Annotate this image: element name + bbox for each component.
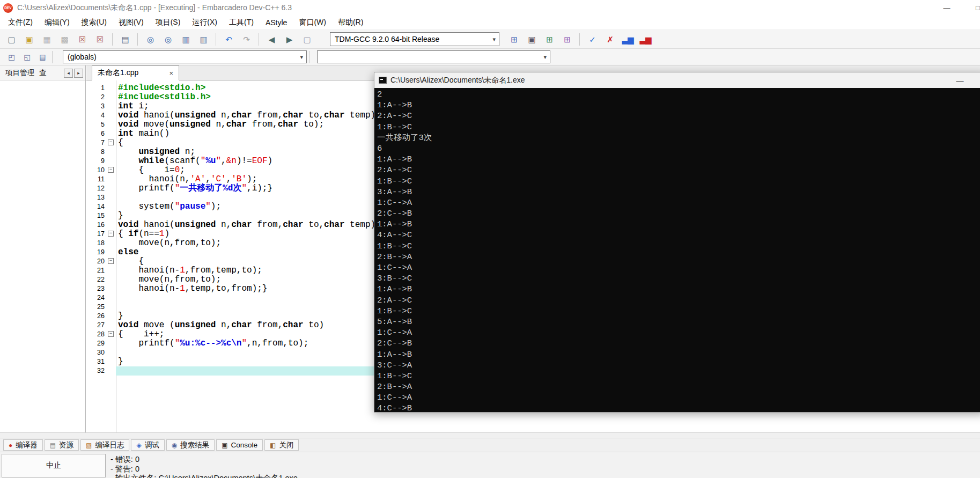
menu-item-4[interactable]: 视图(V) xyxy=(113,16,150,29)
gutter: 26 xyxy=(86,312,116,321)
fold-toggle-icon[interactable]: − xyxy=(108,167,114,173)
class-browser-button[interactable]: ▤ xyxy=(35,51,49,63)
bookmark-button[interactable]: ▥ xyxy=(195,32,211,46)
gutter: 8 xyxy=(86,148,116,157)
run-button[interactable]: ▣ xyxy=(524,32,540,46)
panel-tab-view[interactable]: 查 xyxy=(39,68,47,78)
toolbar-separator xyxy=(259,33,259,46)
gutter: 31 xyxy=(86,357,116,366)
console-maximize-button[interactable]: □ xyxy=(974,72,980,88)
tab-resources[interactable]: ▤资源 xyxy=(45,439,79,451)
line-number: 27 xyxy=(86,321,106,330)
find-button[interactable]: ◎ xyxy=(142,32,158,46)
window-maximize-button[interactable]: □ xyxy=(966,0,980,16)
tab-close-icon[interactable]: × xyxy=(169,69,173,77)
chevron-down-icon: ▾ xyxy=(543,54,547,61)
window-minimize-button[interactable]: — xyxy=(934,0,959,16)
rebuild-button[interactable]: ⊞ xyxy=(559,32,575,46)
profile-delete-button[interactable]: ▃▆ xyxy=(637,32,653,46)
globals-select[interactable]: (globals) ▾ xyxy=(63,50,307,63)
fold-column xyxy=(106,93,116,102)
menu-item-5[interactable]: 项目(S) xyxy=(150,16,187,29)
editor-tab[interactable]: 未命名1.cpp × xyxy=(92,65,179,80)
open-file-button[interactable]: ▣ xyxy=(21,32,37,46)
tab-compiler[interactable]: ●编译器 xyxy=(3,439,43,451)
compile-button[interactable]: ⊞ xyxy=(506,32,522,46)
fold-column xyxy=(106,275,116,284)
fold-column xyxy=(106,175,116,184)
compile-run-button[interactable]: ⊞ xyxy=(541,32,557,46)
fold-column xyxy=(106,120,116,129)
tab-console[interactable]: ▣Console xyxy=(216,439,263,451)
menu-item-8[interactable]: AStyle xyxy=(260,17,293,28)
gutter: 15 xyxy=(86,211,116,220)
line-number: 12 xyxy=(86,184,106,193)
goto-declaration-button[interactable]: ◰ xyxy=(4,51,18,63)
save-all-button[interactable]: ▩ xyxy=(56,32,72,46)
console-tab-icon: ▣ xyxy=(222,442,227,448)
compile-icon: ⊞ xyxy=(511,35,517,43)
goto-line-icon: ▥ xyxy=(182,35,189,43)
print-button[interactable]: ▤ xyxy=(117,32,133,46)
goto-line-button[interactable]: ▥ xyxy=(178,32,194,46)
panel-tab-project-manager[interactable]: 项目管理 xyxy=(5,68,34,78)
tab-debug[interactable]: ◈调试 xyxy=(131,439,164,451)
profile-button[interactable]: ▃▆ xyxy=(620,32,636,46)
close-all-button[interactable]: ☒ xyxy=(92,32,108,46)
undo-button[interactable]: ↶ xyxy=(220,32,237,46)
tab-close-panel[interactable]: ◧关闭 xyxy=(264,439,299,451)
save-button[interactable]: ▦ xyxy=(39,32,55,46)
goto-definition-button[interactable]: ◱ xyxy=(20,51,34,63)
console-output[interactable]: 21:A-->B2:A-->C1:B-->C一共移动了3次61:A-->B2:A… xyxy=(374,88,980,412)
fold-column xyxy=(106,303,116,312)
console-output-line: 2:A-->C xyxy=(377,295,980,306)
members-select[interactable]: ▾ xyxy=(317,50,550,63)
bookmark-icon: ▥ xyxy=(200,35,207,43)
gutter: 2 xyxy=(86,93,116,102)
tab-compile-log[interactable]: ▧编译日志 xyxy=(80,439,129,451)
line-number: 11 xyxy=(86,175,106,184)
fold-toggle-icon[interactable]: − xyxy=(108,258,114,264)
fold-toggle-icon[interactable]: − xyxy=(108,331,114,337)
menu-item-6[interactable]: 运行(X) xyxy=(186,16,223,29)
console-title-bar[interactable]: C:\Users\Alizex\Documents\未命名1.exe — □ xyxy=(374,72,980,88)
menu-item-7[interactable]: 工具(T) xyxy=(223,16,260,29)
stop-execution-button[interactable]: ✗ xyxy=(602,32,618,46)
fold-column xyxy=(106,220,116,230)
redo-button[interactable]: ↷ xyxy=(238,32,254,46)
console-minimize-button[interactable]: — xyxy=(948,72,972,88)
gutter: 32 xyxy=(86,366,116,376)
abort-button[interactable]: 中止 xyxy=(2,454,106,477)
tab-search-results[interactable]: ◉搜索结果 xyxy=(166,439,215,451)
replace-button[interactable]: ◎ xyxy=(160,32,176,46)
new-file-button[interactable]: ▢ xyxy=(3,32,19,46)
tab-scroll-left-button[interactable]: ◂ xyxy=(64,69,73,78)
console-window: C:\Users\Alizex\Documents\未命名1.exe — □ 2… xyxy=(374,72,980,413)
syntax-check-button[interactable]: ✓ xyxy=(584,32,600,46)
tab-scroll-right-button[interactable]: ▸ xyxy=(74,69,83,78)
compiler-select[interactable]: TDM-GCC 9.2.0 64-bit Release ▾ xyxy=(330,32,499,46)
panel-splitter[interactable] xyxy=(0,432,980,438)
menu-item-3[interactable]: 搜索(U) xyxy=(76,16,113,29)
fold-column xyxy=(106,184,116,193)
menu-item-2[interactable]: 编辑(Y) xyxy=(39,16,76,29)
gutter: 5 xyxy=(86,120,116,129)
main-toolbar: ▢▣▦▩☒☒▤◎◎▥▥↶↷◀▶▢ TDM-GCC 9.2.0 64-bit Re… xyxy=(0,30,980,49)
compile-log-line: - 错误: 0 xyxy=(110,455,978,465)
menu-item-10[interactable]: 帮助(R) xyxy=(332,16,369,29)
back-button[interactable]: ◀ xyxy=(263,32,279,46)
close-file-button[interactable]: ☒ xyxy=(74,32,90,46)
fold-toggle-icon[interactable]: − xyxy=(108,139,114,145)
forward-button[interactable]: ▶ xyxy=(281,32,297,46)
console-output-line: 1:A-->B xyxy=(377,284,980,295)
line-number: 13 xyxy=(86,193,106,202)
title-bar[interactable]: DEV C:\Users\Alizex\Documents\未命名1.cpp -… xyxy=(0,0,980,16)
resources-icon: ▤ xyxy=(50,442,56,448)
menu-item-1[interactable]: 文件(Z) xyxy=(2,16,39,29)
file-browser-button[interactable]: ▢ xyxy=(299,32,315,46)
back-icon: ◀ xyxy=(269,35,275,43)
menu-item-9[interactable]: 窗口(W) xyxy=(293,16,332,29)
fold-toggle-icon[interactable]: − xyxy=(108,231,114,237)
tab-search-results-label: 搜索结果 xyxy=(180,440,209,450)
fold-column xyxy=(106,193,116,202)
